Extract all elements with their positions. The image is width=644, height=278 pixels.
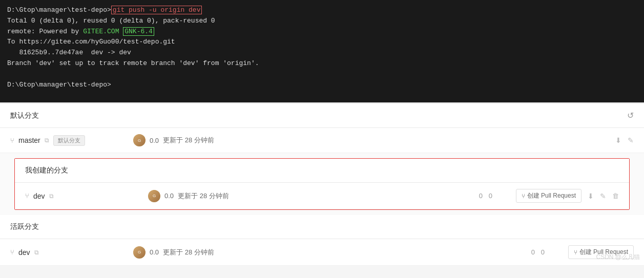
master-avatar: G: [133, 134, 146, 146]
branch-left-master: ⑂ master ⧉ 默认分支: [10, 135, 113, 146]
branch-left-dev-active: ⑂ dev ⧉: [10, 248, 113, 256]
dev-ahead-active: 0: [531, 248, 535, 256]
terminal-line-4: To https://gitee.com/hyGuo00/test-depo.g…: [7, 37, 637, 48]
master-branch-name: master: [18, 136, 40, 144]
terminal-section: D:\Gtop\manager\test-depo>git push -u or…: [0, 0, 644, 102]
dev-branch-row-active: ⑂ dev ⧉ G 0.0 更新于 28 分钟前 0 0 ⑂ 创建 Pull R…: [0, 239, 644, 266]
dev-delete-icon-my[interactable]: 🗑: [612, 192, 619, 200]
master-updated: 更新于 28 分钟前: [163, 136, 214, 145]
terminal-line-3: remote: Powered by GITEE.COM GNK-6.4: [7, 27, 637, 37]
my-branches-title: 我创建的分支: [25, 166, 68, 175]
dev-edit-icon-my[interactable]: ✎: [600, 192, 606, 200]
dev-pr-button-my[interactable]: ⑂ 创建 Pull Request: [516, 189, 581, 203]
terminal-line-5: 81625b9..7de47ae dev -> dev: [7, 48, 637, 58]
refresh-icon[interactable]: ↺: [627, 111, 634, 120]
my-branches-section: 我创建的分支 ⑂ dev ⧉ G 0.0 更新于 28 分钟前 0: [14, 158, 630, 210]
dev-behind-active: 0: [541, 248, 545, 256]
master-version: 0.0: [150, 137, 159, 144]
terminal-line-2: Total 0 (delta 0), reused 0 (delta 0), p…: [7, 16, 637, 27]
dev-avatar-active: G: [133, 246, 146, 259]
terminal-line-6: Branch 'dev' set up to track remote bran…: [7, 58, 637, 69]
dev-copy-icon-active[interactable]: ⧉: [34, 249, 39, 256]
dev-branch-name-my: dev: [33, 192, 45, 200]
active-branches-title: 活跃分支: [10, 222, 39, 231]
my-branches-wrapper: 我创建的分支 ⑂ dev ⧉ G 0.0 更新于 28 分钟前 0: [0, 153, 644, 215]
my-branches-header: 我创建的分支: [15, 159, 629, 183]
terminal-line-7: D:\Gtop\manager\test-depo>: [7, 80, 637, 91]
master-actions: ⬇ ✎: [615, 136, 634, 144]
master-download-icon[interactable]: ⬇: [615, 136, 621, 144]
default-badge: 默认分支: [53, 135, 85, 146]
branch-left-dev-my: ⑂ dev ⧉: [25, 192, 128, 200]
dev-avatar-my: G: [148, 190, 160, 202]
dev-ahead-my: 0: [479, 192, 483, 200]
dev-version-my: 0.0: [164, 192, 174, 200]
dev-actions-my: 0 0 ⑂ 创建 Pull Request ⬇ ✎ 🗑: [479, 189, 619, 203]
master-edit-icon[interactable]: ✎: [628, 136, 634, 144]
dev-download-icon-my[interactable]: ⬇: [588, 192, 594, 200]
dev-stats-active: 0 0: [531, 248, 562, 256]
active-branches-section: 活跃分支 ⑂ dev ⧉ G 0.0 更新于 28 分钟前 0 0: [0, 215, 644, 266]
terminal-line-1: D:\Gtop\manager\test-depo>git push -u or…: [7, 5, 637, 16]
git-ui: 默认分支 ↺ ⑂ master ⧉ 默认分支 G 0.0 更新于 28 分钟前 …: [0, 102, 644, 266]
dev-updated-active: 更新于 28 分钟前: [163, 248, 214, 257]
pr-label-my: 创建 Pull Request: [527, 191, 576, 200]
dev-fork-icon-active: ⑂: [10, 248, 14, 256]
master-copy-icon[interactable]: ⧉: [45, 137, 49, 144]
dev-branch-meta-active: G 0.0 更新于 28 分钟前: [113, 246, 531, 259]
dev-branch-row-my: ⑂ dev ⧉ G 0.0 更新于 28 分钟前 0 0: [15, 183, 629, 209]
branch-fork-icon: ⑂: [10, 137, 14, 144]
default-branch-section: 默认分支 ↺ ⑂ master ⧉ 默认分支 G 0.0 更新于 28 分钟前 …: [0, 103, 644, 153]
active-branches-header: 活跃分支: [0, 215, 644, 239]
dev-branch-meta-my: G 0.0 更新于 28 分钟前: [128, 190, 479, 202]
terminal-line-empty: [7, 69, 637, 80]
dev-branch-name-active: dev: [18, 248, 30, 256]
watermark: CSDN @么凡猫: [596, 253, 640, 262]
dev-stats-my: 0 0: [479, 192, 510, 200]
dev-fork-icon-my: ⑂: [25, 192, 29, 200]
dev-copy-icon-my[interactable]: ⧉: [49, 193, 54, 200]
master-branch-meta: G 0.0 更新于 28 分钟前: [113, 134, 615, 146]
default-branch-header: 默认分支 ↺: [0, 103, 644, 128]
dev-updated-my: 更新于 28 分钟前: [178, 191, 229, 201]
default-branch-title: 默认分支: [10, 111, 39, 120]
pr-icon-my: ⑂: [522, 193, 525, 200]
terminal-command: git push -u origin dev: [111, 6, 202, 14]
pr-icon-active: ⑂: [574, 249, 577, 256]
dev-behind-my: 0: [489, 192, 492, 200]
dev-version-active: 0.0: [150, 248, 159, 256]
terminal-prompt: D:\Gtop\manager\test-depo>: [7, 6, 111, 14]
master-branch-row: ⑂ master ⧉ 默认分支 G 0.0 更新于 28 分钟前 ⬇ ✎: [0, 128, 644, 153]
